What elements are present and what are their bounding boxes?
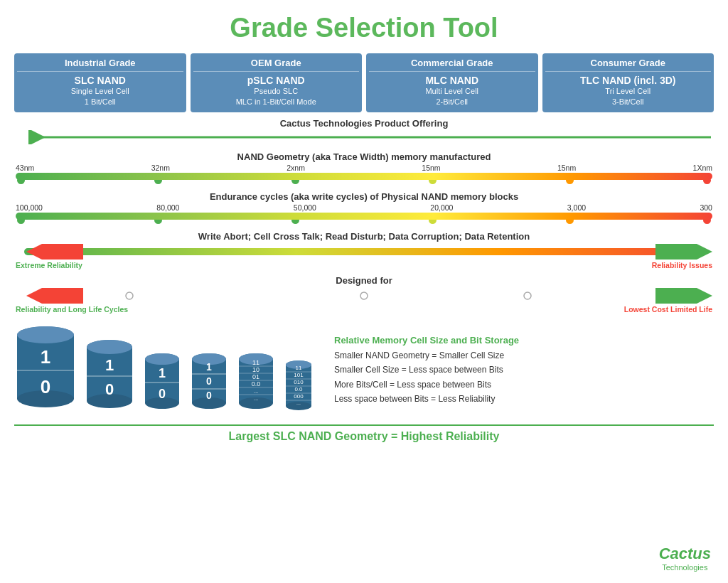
svg-text:...: ...	[254, 388, 259, 395]
cylinders-info-row: 1 0 1 0	[14, 322, 714, 417]
svg-text:0.0: 0.0	[294, 386, 303, 392]
svg-text:1: 1	[159, 366, 166, 380]
svg-text:000: 000	[294, 393, 304, 400]
svg-text:0.0: 0.0	[252, 380, 261, 387]
grade-consumer: Consumer Grade TLC NAND (incl. 3D) Tri L…	[542, 53, 714, 112]
svg-text:11: 11	[296, 365, 302, 371]
endurance-bar-container	[14, 213, 714, 224]
svg-text:010: 010	[294, 379, 304, 385]
reliability-section: Write Abort; Cell Cross Talk; Read Distu…	[14, 231, 714, 269]
grade-industrial-sub: Single Level Cell1 Bit/Cell	[17, 86, 183, 108]
svg-text:...: ...	[296, 400, 301, 405]
offering-section: Cactus Technologies Product Offering	[14, 118, 714, 147]
memory-info-line-2: Smaller Cell Size = Less space between B…	[334, 363, 714, 377]
endurance-title: Endurance cycles (aka write cycles) of P…	[14, 191, 714, 202]
svg-text:0: 0	[41, 376, 50, 397]
geometry-title: NAND Geometry (aka Trace Width) memory m…	[14, 151, 714, 162]
grade-commercial-nand: MLC NAND	[369, 75, 535, 86]
cylinder-tlc: 11 10 01 0.0 ... ...	[236, 351, 276, 417]
grade-commercial-title: Commercial Grade	[369, 58, 535, 72]
svg-point-10	[17, 326, 74, 343]
svg-point-6	[524, 292, 531, 299]
memory-info-line-1: Smaller NAND Geometry = Smaller Cell Siz…	[334, 348, 714, 363]
grade-industrial: Industrial Grade SLC NAND Single Level C…	[14, 53, 186, 112]
svg-text:...: ...	[254, 395, 259, 402]
grade-commercial: Commercial Grade MLC NAND Multi Level Ce…	[366, 53, 538, 112]
svg-text:0: 0	[159, 387, 166, 401]
grade-oem-sub: Pseudo SLCMLC in 1-Bit/Cell Mode	[193, 86, 360, 108]
designed-title: Designed for	[14, 275, 714, 286]
svg-point-24	[145, 353, 179, 365]
designed-section: Designed for Reliability and Long Life C…	[14, 275, 714, 314]
cylinder-slc-large: 1 0	[14, 322, 77, 417]
svg-text:11: 11	[252, 359, 259, 366]
cylinder-mlc: 1 0 0	[189, 351, 229, 417]
designed-bar-container: Reliability and Long Life Cycles Lowest …	[14, 288, 714, 314]
offering-arrow	[14, 130, 714, 144]
reliability-title: Write Abort; Cell Cross Talk; Read Distu…	[14, 231, 714, 242]
page-title: Grade Selection Tool	[14, 7, 714, 53]
reliability-label-left: Extreme Reliability	[16, 261, 82, 269]
grade-oem-nand: pSLC NAND	[193, 75, 360, 86]
cylinder-slc-medium: 1 0	[84, 336, 135, 417]
designed-labels: Reliability and Long Life Cycles Lowest …	[16, 305, 712, 314]
page: Grade Selection Tool Industrial Grade SL…	[0, 0, 728, 583]
memory-info: Relative Memory Cell Size and Bit Storag…	[321, 333, 714, 407]
grade-oem-title: OEM Grade	[193, 58, 360, 72]
svg-text:0: 0	[206, 390, 212, 401]
memory-info-line-3: More Bits/Cell = Less space between Bits	[334, 378, 714, 392]
reliability-arrow-bar	[16, 244, 712, 260]
svg-point-5	[360, 292, 368, 299]
grade-row: Industrial Grade SLC NAND Single Level C…	[14, 53, 714, 112]
cylinder-tlc-small: 11 101 010 0.0 000 ...	[283, 358, 314, 417]
logo-sub: Technologies	[659, 563, 711, 572]
svg-text:1: 1	[105, 356, 114, 374]
geometry-labels: 43nm 32nm 2xnm 15nm 15nm 1Xnm	[14, 164, 714, 172]
grade-commercial-sub: Multi Level Cell2-Bit/Cell	[369, 86, 535, 108]
svg-text:10: 10	[252, 366, 259, 373]
reliability-label-right: Reliability Issues	[652, 261, 712, 269]
svg-text:1: 1	[41, 346, 50, 368]
endurance-bar	[16, 213, 712, 220]
grade-consumer-title: Consumer Grade	[545, 58, 712, 72]
cylinders-row: 1 0 1 0	[14, 322, 314, 417]
svg-text:01: 01	[252, 373, 259, 380]
svg-point-17	[87, 340, 132, 354]
logo-name: Cactus	[659, 545, 711, 563]
designed-arrow-bar	[16, 288, 712, 304]
endurance-labels: 100,000 80,000 50,000 20,000 3,000 300	[14, 203, 714, 212]
grade-consumer-nand: TLC NAND (incl. 3D)	[545, 75, 712, 86]
designed-label-right: Lowest Cost Limited Life	[624, 305, 712, 314]
svg-text:1: 1	[206, 361, 212, 373]
memory-info-title: Relative Memory Cell Size and Bit Storag…	[334, 333, 714, 348]
bottom-label: Largest SLC NAND Geometry = Highest Reli…	[14, 424, 714, 443]
grade-industrial-title: Industrial Grade	[17, 58, 183, 72]
reliability-labels: Extreme Reliability Reliability Issues	[16, 261, 712, 269]
grade-industrial-nand: SLC NAND	[17, 75, 183, 86]
svg-text:0: 0	[206, 375, 212, 387]
svg-text:0: 0	[105, 380, 114, 398]
geometry-bar-container	[14, 173, 714, 184]
designed-label-left: Reliability and Long Life Cycles	[16, 305, 128, 314]
logo: Cactus Technologies	[659, 545, 711, 572]
grade-consumer-sub: Tri Level Cell3-Bit/Cell	[545, 86, 712, 108]
svg-point-4	[126, 292, 133, 299]
grade-oem: OEM Grade pSLC NAND Pseudo SLCMLC in 1-B…	[191, 53, 363, 112]
reliability-bar-container: Extreme Reliability Reliability Issues	[14, 244, 714, 269]
geometry-bar	[16, 173, 712, 180]
svg-text:101: 101	[294, 372, 304, 378]
offering-label: Cactus Technologies Product Offering	[14, 118, 714, 129]
cylinder-pslc: 1 0	[142, 351, 182, 417]
memory-info-line-4: Less space between Bits = Less Reliabili…	[334, 392, 714, 406]
